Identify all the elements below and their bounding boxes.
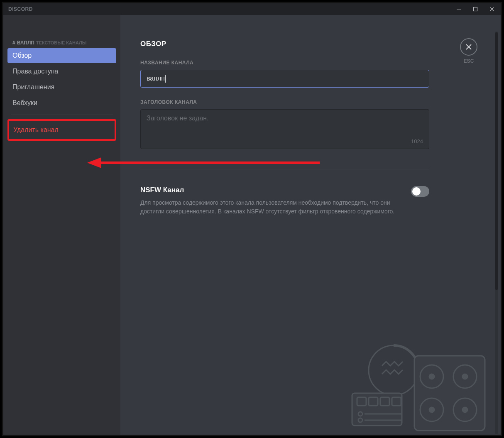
toggle-knob [412, 187, 421, 196]
channel-name-label: ВАПЛП [17, 40, 34, 46]
nsfw-description: Для просмотра содержимого этого канала п… [140, 198, 406, 216]
sidebar-item-permissions[interactable]: Права доступа [7, 64, 116, 79]
svg-point-20 [429, 407, 434, 412]
sidebar-item-delete-channel[interactable]: Удалить канал [7, 119, 116, 141]
nsfw-toggle[interactable] [411, 186, 429, 197]
sidebar-item-invites[interactable]: Приглашения [7, 80, 116, 95]
svg-point-22 [462, 407, 467, 412]
channel-topic-counter: 1024 [411, 138, 423, 144]
nsfw-title: NSFW Канал [140, 186, 406, 194]
window-minimize-button[interactable] [453, 5, 464, 14]
sidebar-item-webhooks[interactable]: Вебхуки [7, 95, 116, 110]
close-settings-button[interactable] [460, 38, 477, 56]
svg-point-18 [462, 374, 467, 379]
hash-icon: # [12, 40, 15, 46]
page-title: ОБЗОР [140, 40, 477, 48]
window-close-button[interactable] [487, 5, 497, 14]
sidebar-header: # ВАПЛП ТЕКСТОВЫЕ КАНАЛЫ [7, 40, 116, 48]
decorative-illustration [340, 331, 489, 435]
app-logo: DISCORD [8, 6, 33, 12]
main-pane: ОБЗОР НАЗВАНИЕ КАНАЛА ваплп ЗАГОЛОВОК КА… [120, 15, 501, 435]
svg-point-16 [429, 374, 434, 379]
channel-topic-input[interactable]: Заголовок не задан. 1024 [140, 109, 429, 149]
svg-rect-1 [474, 7, 477, 11]
sidebar-divider [11, 115, 113, 115]
close-icon [465, 43, 472, 51]
channel-topic-field-label: ЗАГОЛОВОК КАНАЛА [140, 99, 477, 105]
scrollbar-thumb[interactable] [495, 32, 498, 290]
channel-type-label: ТЕКСТОВЫЕ КАНАЛЫ [36, 40, 87, 45]
titlebar: DISCORD [3, 3, 501, 15]
esc-label: ESC [460, 58, 477, 64]
sidebar-item-overview[interactable]: Обзор [7, 48, 116, 63]
channel-name-value: ваплп [147, 75, 165, 82]
channel-name-input[interactable]: ваплп [140, 70, 429, 88]
section-divider [140, 169, 429, 169]
settings-sidebar: # ВАПЛП ТЕКСТОВЫЕ КАНАЛЫ Обзор Права дос… [3, 15, 120, 435]
channel-topic-placeholder: Заголовок не задан. [147, 115, 423, 122]
window-maximize-button[interactable] [470, 5, 481, 14]
channel-name-field-label: НАЗВАНИЕ КАНАЛА [140, 60, 477, 66]
